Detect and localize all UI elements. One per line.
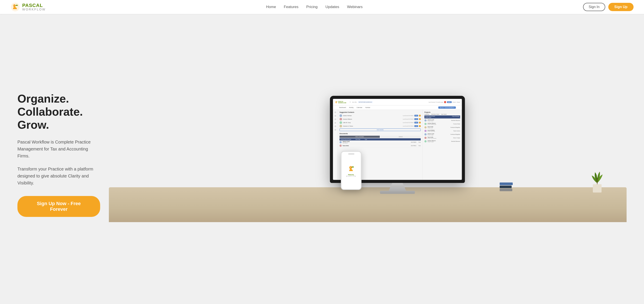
contact-flag-4: B: [419, 125, 420, 127]
proj-sub-6: Project Environment: [427, 138, 452, 139]
app-sync-label: Last Synced: 6 months ago: [428, 102, 443, 103]
proj-sub-3: Project Leaf: [427, 128, 450, 128]
sidebar-icon-3: [334, 118, 336, 120]
book-3: [500, 188, 512, 191]
contact-date-1: Last Email 2017/09/01: [403, 115, 414, 116]
svg-point-9: [350, 166, 350, 168]
sidebar-icon-6: [334, 129, 336, 131]
doc-tab-unreviewed: FIRM UNVIEWED: [340, 136, 380, 138]
book-2: [500, 186, 512, 188]
tab-dashboard: Dashboard: [339, 107, 346, 108]
logo-workflow-text: WORKFLOW: [22, 8, 46, 11]
nav-home[interactable]: Home: [266, 5, 276, 9]
nav-links: Home Features Pricing Updates Webinars: [266, 5, 362, 9]
proj-sub-1: Project Whits: [427, 120, 450, 122]
documents-title: Documents: [340, 133, 420, 134]
phone-screen-content: PASCAL WORKFLOW: [346, 164, 356, 177]
contact-avatar-2: [340, 118, 342, 120]
book-1: [500, 182, 513, 185]
svg-rect-10: [593, 184, 602, 192]
contact-row-4: Antonio E. Flores Last Email 2017/09/26 …: [340, 125, 420, 128]
phone-pascal-text: PASCAL: [346, 174, 356, 176]
select-team-btn: SELECT TEAM MEMBER ▾: [438, 106, 456, 109]
proj-row-3: Tania Kells Project Leaf Ferdinand Magel…: [424, 126, 460, 128]
proj-avatar-6: [424, 137, 426, 139]
nav-features[interactable]: Features: [284, 5, 298, 9]
proj-manager-2: Francis Drake: [453, 123, 460, 124]
contact-avatar-1: [340, 114, 342, 117]
doc-row-2: Tania Kells 2017/08/11 Firm: [340, 144, 420, 148]
doc-col-name: Contact Record Name: [340, 139, 351, 140]
phone-workflow-text: WORKFLOW: [346, 176, 356, 177]
svg-point-3: [14, 5, 14, 6]
contact-flag-3: B: [419, 122, 420, 124]
proj-sub-2: Project Healthscape: [427, 124, 452, 125]
contact-row-2: Jessica Watson Last Email 2017/09/29 ADD…: [340, 118, 420, 120]
hero-headline: Organize. Collaborate. Grow.: [18, 92, 100, 131]
proj-sub-5: Project Indigo: [427, 134, 450, 136]
contact-date-3: Last Email 2017/08/30: [403, 122, 414, 123]
nav-pricing[interactable]: Pricing: [306, 5, 318, 9]
proj-avatar-5: [424, 133, 426, 136]
proj-avatar-2: [424, 123, 426, 125]
phone-wrapper: PASCAL WORKFLOW: [341, 151, 362, 190]
books-wrapper: [500, 182, 513, 192]
app-setup-tab: SETUP AND LEARN (3): [358, 101, 372, 103]
contact-name-1: James Holman: [343, 115, 402, 116]
app-logo-text-small: PASCALWORKFLOW: [338, 101, 346, 104]
logo: PASCAL WORKFLOW: [10, 2, 46, 12]
doc-col-type: Type: [365, 139, 367, 140]
doc-tab-unpaid: UNPAID: [380, 136, 421, 138]
hero-left: Organize. Collaborate. Grow. Pascal Work…: [18, 92, 109, 234]
app-topbar: PASCALWORKFLOW ☐ Join Me SETUP AND LEARN…: [333, 99, 462, 106]
doc-date-1: 2017/08/22: [411, 142, 416, 143]
proj-avatar-7: [424, 140, 426, 142]
proj-col-name: Contact Record NameProject Name: [425, 116, 448, 118]
app-user-label: Drew A. Spear: [452, 102, 460, 103]
proj-row-5: James Cook Project Indigo Ferdinand Mage…: [424, 133, 460, 136]
proj-manager-3: Ferdinand Magellan: [450, 127, 460, 128]
nav-updates[interactable]: Updates: [326, 5, 339, 9]
doc-sub-1: Tax Return: [342, 142, 410, 144]
contact-flag-2: B: [419, 118, 420, 120]
contact-add-2: ADD: [414, 118, 418, 120]
proj-sub-7: Project Inspire: [427, 141, 450, 142]
hero-description1: Pascal Workflow is Complete Practice Man…: [18, 138, 100, 160]
contact-name-2: Jessica Watson: [343, 118, 402, 120]
phone-speaker: [348, 154, 354, 154]
signin-button[interactable]: Sign In: [583, 3, 605, 11]
contact-add-4: ADD: [414, 125, 418, 127]
proj-manager-7: Reinhold Wasener: [451, 141, 460, 142]
contact-add-1: ADD: [414, 115, 418, 116]
projects-sub-tabs: OVERDUE STARTING TODAY DUE TODAY: [424, 114, 460, 115]
phone-logo-text: PASCAL WORKFLOW: [346, 174, 356, 177]
documents-section: Documents FIRM UNVIEWED UNPAID Contact R…: [340, 133, 420, 148]
doc-type-1: Firm: [418, 142, 420, 143]
doc-name-2: Tania Kells: [342, 145, 410, 146]
app-firm-label: Join Me: [352, 102, 356, 103]
proj-avatar-4: [424, 130, 426, 132]
doc-avatar-1: [340, 141, 342, 143]
plant-wrapper: [588, 167, 606, 194]
logo-icon: [10, 2, 20, 12]
doc-avatar-2: [340, 144, 342, 147]
cta-button[interactable]: Sign Up Now - Free Forever: [18, 196, 100, 217]
tab-calendar: Calendar: [356, 107, 362, 108]
contact-name-3: Lillie W. Gray: [343, 122, 402, 123]
phone-frame: PASCAL WORKFLOW: [341, 151, 362, 190]
proj-tab-overdue: OVERDUE: [424, 114, 429, 115]
proj-info-7: Joshua Slosum Project Inspire: [427, 140, 450, 142]
proj-row-7: Joshua Slosum Project Inspire Reinhold W…: [424, 140, 460, 142]
signup-button[interactable]: Sign Up: [608, 3, 634, 11]
doc-date-2: 2017/08/11: [411, 145, 416, 146]
app-new-btn: NEW: [447, 101, 452, 103]
hero-right: PASCALWORKFLOW ☐ Join Me SETUP AND LEARN…: [109, 104, 626, 222]
plant-svg: [588, 167, 606, 193]
proj-info-6: Tania Kells Project Environment: [427, 136, 452, 139]
app-sidebar: [333, 110, 338, 180]
app-logo-small: PASCALWORKFLOW: [335, 100, 346, 104]
app-checkbox: ☐: [350, 101, 351, 103]
monitor-base: [380, 191, 415, 194]
proj-manager-4: Naomi James: [454, 130, 460, 132]
nav-webinars[interactable]: Webinars: [347, 5, 363, 9]
